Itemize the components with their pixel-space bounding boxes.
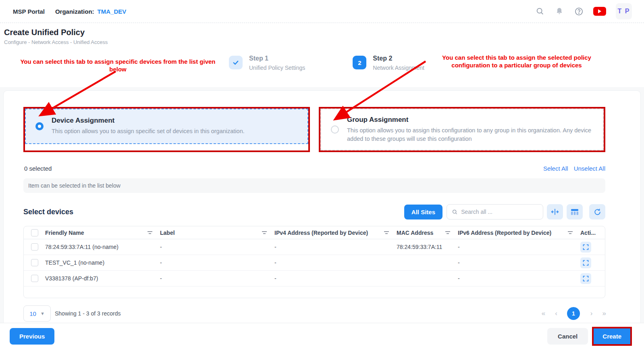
- step-1-check-icon: [229, 56, 243, 69]
- devices-toolbar: Select devices All Sites: [4, 193, 640, 219]
- device-assignment-title: Device Assignment: [52, 117, 245, 125]
- footer-bar: Previous Cancel Create: [0, 323, 644, 349]
- step-2-label: Step 2: [373, 55, 392, 62]
- steps-band: You can select this tab to assign specif…: [0, 50, 644, 87]
- notifications-bell-icon[interactable]: [555, 6, 564, 16]
- stepper: Step 1 Unified Policy Settings 2 Step 2 …: [229, 55, 424, 71]
- cell-ipv6: -: [458, 244, 580, 250]
- cell-ipv4: -: [274, 275, 397, 282]
- devices-table-header: Friendly Name Label IPv4 Address (Report…: [24, 226, 605, 239]
- cell-label: -: [160, 259, 274, 266]
- filter-icon[interactable]: [147, 231, 153, 235]
- group-assignment-option[interactable]: Group Assignment This option allows you …: [320, 109, 604, 150]
- table-row[interactable]: TEST_VC_1 (no-name) - - -: [24, 255, 605, 271]
- expand-row-button[interactable]: [580, 273, 591, 284]
- current-page-button[interactable]: 1: [567, 307, 580, 320]
- device-assignment-option[interactable]: Device Assignment This option allows you…: [25, 109, 308, 144]
- cell-ipv4: -: [274, 244, 397, 250]
- expand-columns-icon: [551, 209, 559, 215]
- fullscreen-icon: [583, 244, 589, 250]
- selection-hint-banner: Item can be selected in the list below: [23, 178, 605, 193]
- row-checkbox[interactable]: [31, 243, 38, 251]
- columns-icon: [571, 209, 579, 215]
- user-avatar[interactable]: T P: [616, 3, 632, 19]
- group-assignment-annotation-box: Group Assignment This option allows you …: [319, 107, 605, 152]
- refresh-icon: [594, 208, 601, 216]
- filter-icon[interactable]: [567, 231, 573, 235]
- page-size-select[interactable]: 10 ▼: [23, 305, 51, 322]
- annotation-group-tab: You can select this tab to assign the se…: [424, 54, 609, 69]
- filter-icon[interactable]: [384, 231, 389, 235]
- cell-label: -: [160, 275, 274, 282]
- app-brand: MSP Portal: [13, 8, 45, 15]
- table-row[interactable]: 78:24:59:33:7A:11 (no-name) - - 78:24:59…: [24, 239, 605, 255]
- organization-label: Organization:: [55, 8, 94, 15]
- table-empty-space: [24, 286, 605, 298]
- cell-label: -: [160, 244, 274, 250]
- cell-ipv4: -: [274, 259, 397, 266]
- pagination-row: 10 ▼ Showing 1 - 3 of 3 records « ‹ 1 › …: [4, 298, 640, 322]
- device-assignment-description: This option allows you to assign specifi…: [52, 127, 245, 136]
- column-settings-button[interactable]: [567, 204, 583, 219]
- help-icon[interactable]: [574, 6, 584, 16]
- device-search-box[interactable]: [447, 204, 543, 219]
- device-assignment-radio[interactable]: [35, 122, 44, 130]
- col-ipv4: IPv4 Address (Reported by Device): [274, 230, 368, 236]
- row-checkbox[interactable]: [31, 275, 38, 282]
- top-bar: MSP Portal Organization: TMA_DEV T P: [0, 0, 644, 23]
- fit-columns-button[interactable]: [547, 204, 563, 219]
- cell-ipv6: -: [458, 259, 580, 266]
- filter-icon[interactable]: [445, 231, 451, 235]
- chevron-down-icon: ▼: [40, 311, 45, 316]
- cancel-button[interactable]: Cancel: [547, 328, 588, 345]
- devices-table: Friendly Name Label IPv4 Address (Report…: [23, 226, 605, 298]
- pager: « ‹ 1 › »: [542, 307, 605, 320]
- create-annotation-box: Create: [592, 327, 632, 346]
- cell-ipv6: -: [458, 275, 580, 282]
- page-header: Create Unified Policy Configure - Networ…: [0, 23, 644, 50]
- fullscreen-icon: [583, 276, 589, 282]
- page-title: Create Unified Policy: [4, 28, 644, 37]
- next-page-button[interactable]: ›: [590, 309, 592, 318]
- search-icon[interactable]: [535, 6, 545, 16]
- device-search-input[interactable]: [461, 209, 538, 215]
- select-all-checkbox[interactable]: [31, 229, 38, 236]
- step-1-sublabel: Unified Policy Settings: [249, 65, 305, 71]
- annotation-device-tab: You can select this tab to assign specif…: [16, 58, 220, 73]
- breadcrumb: Configure - Network Access - Unified Acc…: [4, 39, 644, 45]
- all-sites-button[interactable]: All Sites: [404, 205, 442, 219]
- topbar-actions: T P: [535, 3, 632, 19]
- unselect-all-link[interactable]: Unselect All: [574, 165, 605, 172]
- organization-value-link[interactable]: TMA_DEV: [98, 8, 127, 15]
- col-mac: MAC Address: [397, 230, 433, 236]
- group-assignment-title: Group Assignment: [347, 116, 593, 124]
- create-button[interactable]: Create: [594, 328, 630, 344]
- network-assignment-card: Device Assignment This option allows you…: [3, 90, 641, 332]
- group-assignment-radio[interactable]: [331, 125, 339, 134]
- step-2[interactable]: 2 Step 2 Network Assignment: [353, 55, 424, 71]
- expand-row-button[interactable]: [580, 257, 591, 268]
- select-all-link[interactable]: Select All: [543, 165, 568, 172]
- expand-row-button[interactable]: [580, 242, 591, 253]
- cell-friendly-name: TEST_VC_1 (no-name): [45, 259, 160, 266]
- previous-button[interactable]: Previous: [10, 328, 54, 345]
- row-checkbox[interactable]: [31, 259, 38, 266]
- col-label: Label: [160, 230, 175, 236]
- page-size-value: 10: [29, 310, 36, 317]
- prev-page-button[interactable]: ‹: [555, 309, 557, 318]
- cell-friendly-name: 78:24:59:33:7A:11 (no-name): [45, 244, 160, 250]
- last-page-button[interactable]: »: [602, 309, 605, 318]
- col-actions: Acti...: [580, 230, 596, 236]
- first-page-button[interactable]: «: [542, 309, 544, 318]
- search-icon: [452, 209, 458, 215]
- step-1-label: Step 1: [249, 55, 268, 62]
- table-row[interactable]: V3381378 (AP-df:b7) - - -: [24, 271, 605, 286]
- select-devices-title: Select devices: [23, 208, 73, 216]
- filter-icon[interactable]: [262, 231, 267, 235]
- refresh-button[interactable]: [589, 204, 605, 219]
- youtube-icon[interactable]: [593, 7, 606, 16]
- step-1[interactable]: Step 1 Unified Policy Settings: [229, 55, 305, 71]
- records-summary: Showing 1 - 3 of 3 records: [55, 310, 120, 317]
- col-friendly-name: Friendly Name: [45, 230, 84, 236]
- step-2-sublabel: Network Assignment: [373, 65, 424, 71]
